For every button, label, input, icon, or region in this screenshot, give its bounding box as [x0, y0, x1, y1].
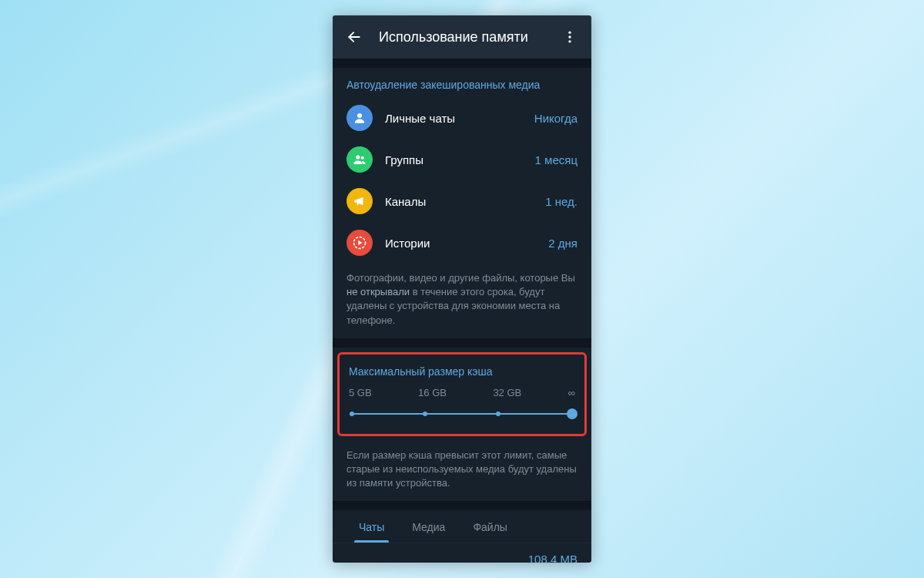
- total-size: 108,4 MB: [528, 553, 578, 563]
- row-groups[interactable]: Группы 1 месяц: [333, 139, 591, 180]
- tab-media[interactable]: Медиа: [398, 510, 459, 543]
- divider: [333, 338, 591, 348]
- tab-chats[interactable]: Чаты: [345, 510, 398, 543]
- row-label: Личные чаты: [385, 112, 534, 125]
- arrow-left-icon: [346, 29, 362, 45]
- tab-files[interactable]: Файлы: [459, 510, 521, 543]
- phone-frame: Использование памяти Автоудаление закеши…: [333, 15, 591, 563]
- row-label: Группы: [385, 153, 535, 166]
- row-private-chats[interactable]: Личные чаты Никогда: [333, 97, 591, 139]
- content: Автоудаление закешированных медиа Личные…: [333, 59, 591, 563]
- row-value: 1 нед.: [545, 195, 578, 208]
- more-vertical-icon: [562, 29, 578, 45]
- svg-point-6: [361, 156, 364, 160]
- slider-tick: [496, 412, 500, 416]
- svg-point-2: [568, 35, 571, 38]
- tabs: Чаты Медиа Файлы: [333, 510, 591, 543]
- hint-cache: Если размер кэша превысит этот лимит, са…: [333, 441, 591, 502]
- slider-tick: [423, 412, 427, 416]
- svg-point-5: [356, 155, 360, 159]
- back-button[interactable]: [339, 22, 370, 52]
- row-label: Истории: [385, 237, 548, 250]
- page-title: Использование памяти: [379, 29, 554, 45]
- slider-thumb[interactable]: [567, 408, 578, 419]
- hint-autoremove: Фотографии, видео и другие файлы, которы…: [333, 264, 591, 338]
- slider-label: 32 GB: [493, 387, 521, 398]
- total-row: 108,4 MB: [333, 543, 591, 563]
- megaphone-icon: [346, 188, 373, 214]
- divider: [333, 501, 591, 510]
- row-value: 1 месяц: [535, 153, 578, 166]
- slider-labels: 5 GB 16 GB 32 GB ∞: [340, 384, 584, 403]
- toolbar: Использование памяти: [333, 15, 591, 59]
- group-icon: [346, 146, 373, 173]
- slider-label: 16 GB: [418, 387, 447, 398]
- slider-line: [352, 413, 572, 415]
- row-channels[interactable]: Каналы 1 нед.: [333, 180, 591, 222]
- person-icon: [346, 105, 373, 131]
- svg-point-1: [568, 32, 571, 34]
- row-value: 2 дня: [548, 237, 578, 250]
- highlight-cache-size: Максимальный размер кэша 5 GB 16 GB 32 G…: [337, 352, 587, 436]
- more-button[interactable]: [554, 22, 585, 52]
- slider-tick: [350, 412, 354, 416]
- svg-point-4: [357, 113, 362, 118]
- play-circle-icon: [346, 230, 373, 256]
- svg-point-3: [568, 40, 571, 42]
- row-label: Каналы: [385, 195, 545, 208]
- slider-label: 5 GB: [349, 387, 372, 398]
- cache-size-slider[interactable]: [352, 409, 572, 418]
- section-header-autoremove: Автоудаление закешированных медиа: [333, 68, 591, 97]
- slider-label: ∞: [568, 387, 575, 398]
- divider: [333, 59, 591, 68]
- row-value: Никогда: [534, 112, 578, 125]
- row-stories[interactable]: Истории 2 дня: [333, 222, 591, 264]
- section-header-cache: Максимальный размер кэша: [340, 355, 584, 384]
